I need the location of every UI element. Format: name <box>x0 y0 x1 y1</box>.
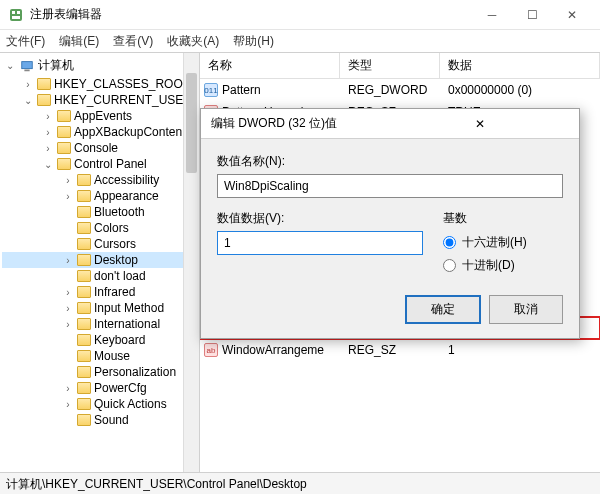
expander-icon[interactable]: › <box>42 110 54 122</box>
folder-icon <box>77 270 91 282</box>
tree-item[interactable]: Mouse <box>2 348 197 364</box>
window-title: 注册表编辑器 <box>30 6 472 23</box>
menu-file[interactable]: 文件(F) <box>6 33 45 50</box>
tree-item-label: AppXBackupConten <box>74 125 182 139</box>
expander-icon[interactable] <box>62 414 74 426</box>
tree-root-label: 计算机 <box>38 57 74 74</box>
expander-icon[interactable] <box>62 238 74 250</box>
expander-icon[interactable]: › <box>62 254 74 266</box>
tree-item-label: HKEY_CURRENT_USER <box>54 93 192 107</box>
tree-item[interactable]: ›Input Method <box>2 300 197 316</box>
tree-item-label: Keyboard <box>94 333 145 347</box>
radio-hex-input[interactable] <box>443 236 456 249</box>
radio-dec[interactable]: 十进制(D) <box>443 254 563 277</box>
menu-favorites[interactable]: 收藏夹(A) <box>167 33 219 50</box>
expander-icon[interactable]: › <box>62 302 74 314</box>
scrollbar-thumb[interactable] <box>186 73 197 173</box>
ok-button[interactable]: 确定 <box>405 295 481 324</box>
tree-item-label: Appearance <box>94 189 159 203</box>
tree-item-label: Quick Actions <box>94 397 167 411</box>
expander-icon[interactable]: ⌄ <box>4 60 16 72</box>
name-field[interactable] <box>217 174 563 198</box>
tree-item[interactable]: ›PowerCfg <box>2 380 197 396</box>
folder-icon <box>77 238 91 250</box>
expander-icon[interactable]: ⌄ <box>22 94 34 106</box>
tree-item[interactable]: ›Quick Actions <box>2 396 197 412</box>
tree-item[interactable]: ⌄HKEY_CURRENT_USER <box>2 92 197 108</box>
tree-item[interactable]: Bluetooth <box>2 204 197 220</box>
tree-root[interactable]: ⌄ 计算机 <box>2 55 197 76</box>
expander-icon[interactable]: › <box>62 190 74 202</box>
expander-icon[interactable] <box>62 206 74 218</box>
tree-item-label: Mouse <box>94 349 130 363</box>
value-data: 0x00000000 (0) <box>440 81 600 99</box>
tree-item[interactable]: ›Desktop <box>2 252 197 268</box>
dialog-titlebar[interactable]: 编辑 DWORD (32 位)值 ✕ <box>201 109 579 139</box>
expander-icon[interactable]: › <box>42 126 54 138</box>
menu-edit[interactable]: 编辑(E) <box>59 33 99 50</box>
tree-item[interactable]: Colors <box>2 220 197 236</box>
tree-item-label: Infrared <box>94 285 135 299</box>
tree-item[interactable]: ›AppXBackupConten <box>2 124 197 140</box>
folder-icon <box>77 350 91 362</box>
menu-help[interactable]: 帮助(H) <box>233 33 274 50</box>
regedit-icon <box>8 7 24 23</box>
status-path: 计算机\HKEY_CURRENT_USER\Control Panel\Desk… <box>6 477 307 491</box>
col-header-data[interactable]: 数据 <box>440 53 600 78</box>
tree-item[interactable]: ›Console <box>2 140 197 156</box>
folder-icon <box>77 222 91 234</box>
expander-icon[interactable] <box>62 270 74 282</box>
value-type: REG_DWORD <box>340 81 440 99</box>
tree-item[interactable]: Personalization <box>2 364 197 380</box>
tree-item-label: don't load <box>94 269 146 283</box>
expander-icon[interactable]: › <box>62 398 74 410</box>
tree-item[interactable]: ›Appearance <box>2 188 197 204</box>
expander-icon[interactable]: › <box>42 142 54 154</box>
tree-item[interactable]: ›Infrared <box>2 284 197 300</box>
expander-icon[interactable]: › <box>62 174 74 186</box>
minimize-button[interactable]: ─ <box>472 1 512 29</box>
list-row[interactable]: abWindowArrangemeREG_SZ1 <box>200 339 600 361</box>
tree-item-label: Sound <box>94 413 129 427</box>
svg-rect-0 <box>10 9 22 21</box>
tree-item[interactable]: ›HKEY_CLASSES_ROOT <box>2 76 197 92</box>
list-row[interactable]: 011PatternREG_DWORD0x00000000 (0) <box>200 79 600 101</box>
tree-item-label: Personalization <box>94 365 176 379</box>
tree-item[interactable]: ›AppEvents <box>2 108 197 124</box>
expander-icon[interactable] <box>62 222 74 234</box>
tree-item-label: Input Method <box>94 301 164 315</box>
col-header-type[interactable]: 类型 <box>340 53 440 78</box>
tree-item[interactable]: ⌄Control Panel <box>2 156 197 172</box>
folder-icon <box>77 190 91 202</box>
maximize-button[interactable]: ☐ <box>512 1 552 29</box>
expander-icon[interactable]: › <box>62 382 74 394</box>
folder-icon <box>77 414 91 426</box>
tree-scrollbar[interactable] <box>183 53 199 472</box>
expander-icon[interactable]: › <box>22 78 34 90</box>
folder-icon <box>77 206 91 218</box>
expander-icon[interactable] <box>62 366 74 378</box>
radio-hex[interactable]: 十六进制(H) <box>443 231 563 254</box>
tree-item[interactable]: Cursors <box>2 236 197 252</box>
expander-icon[interactable] <box>62 334 74 346</box>
folder-icon <box>57 142 71 154</box>
dialog-close-button[interactable]: ✕ <box>390 117 569 131</box>
folder-icon <box>37 94 51 106</box>
tree-item-label: Bluetooth <box>94 205 145 219</box>
tree-item-label: Accessibility <box>94 173 159 187</box>
radio-dec-input[interactable] <box>443 259 456 272</box>
tree-item[interactable]: ›International <box>2 316 197 332</box>
cancel-button[interactable]: 取消 <box>489 295 563 324</box>
tree-item[interactable]: don't load <box>2 268 197 284</box>
expander-icon[interactable]: › <box>62 318 74 330</box>
expander-icon[interactable]: › <box>62 286 74 298</box>
tree-item[interactable]: ›Accessibility <box>2 172 197 188</box>
close-button[interactable]: ✕ <box>552 1 592 29</box>
data-field[interactable] <box>217 231 423 255</box>
expander-icon[interactable]: ⌄ <box>42 158 54 170</box>
expander-icon[interactable] <box>62 350 74 362</box>
menu-view[interactable]: 查看(V) <box>113 33 153 50</box>
tree-item[interactable]: Keyboard <box>2 332 197 348</box>
tree-item[interactable]: Sound <box>2 412 197 428</box>
col-header-name[interactable]: 名称 <box>200 53 340 78</box>
